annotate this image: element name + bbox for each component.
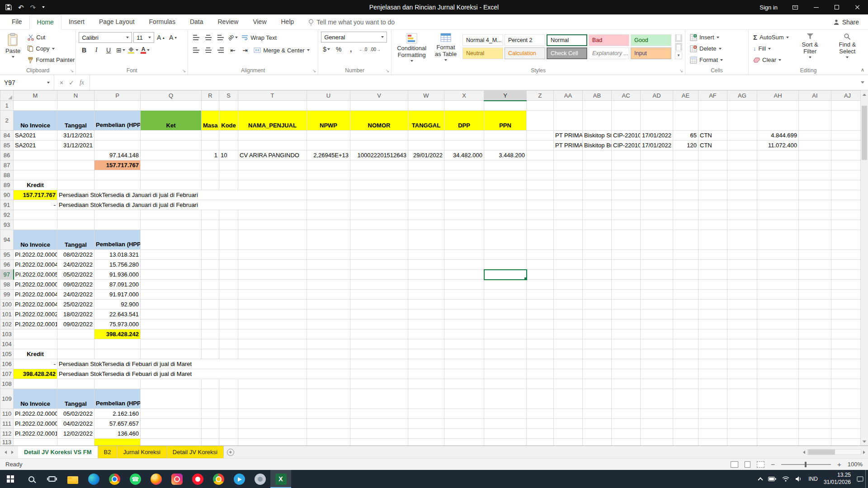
cell-AI95[interactable] <box>799 250 831 260</box>
taskbar-app-edge[interactable] <box>83 470 104 488</box>
cell-AG93[interactable] <box>727 220 757 230</box>
format-cells-button[interactable]: Format <box>688 54 725 66</box>
cell-U108[interactable] <box>307 379 350 389</box>
cell-AC94[interactable] <box>612 230 641 250</box>
cell-Y89[interactable] <box>484 180 527 190</box>
cell-AE84[interactable]: 65 <box>673 131 698 141</box>
row-header-102[interactable]: 102 <box>0 319 14 329</box>
cell-AC91[interactable] <box>612 200 641 210</box>
cell-X97[interactable] <box>444 270 484 280</box>
cell-S93[interactable] <box>219 220 238 230</box>
cell-W110[interactable] <box>408 409 444 419</box>
cell-AH1[interactable] <box>757 101 799 111</box>
hidden-icons-chevron[interactable] <box>758 477 763 482</box>
cell-AJ85[interactable] <box>831 141 864 150</box>
cell-X99[interactable] <box>444 290 484 300</box>
taskbar-clock[interactable]: 13.25 31/01/2026 <box>824 472 851 486</box>
cell-AD111[interactable] <box>641 419 673 429</box>
cell-Z98[interactable] <box>527 280 554 290</box>
cell-AB103[interactable] <box>583 329 612 339</box>
cell-AI110[interactable] <box>799 409 831 419</box>
cell-X84[interactable] <box>444 131 484 141</box>
cell-AJ1[interactable] <box>831 101 864 111</box>
cell-AF107[interactable] <box>698 369 727 379</box>
cell-V86[interactable]: 100022201512643 <box>350 150 408 160</box>
cell-AG107[interactable] <box>727 369 757 379</box>
cell-U91[interactable] <box>307 200 350 210</box>
cell-AG101[interactable] <box>727 310 757 319</box>
orientation-button[interactable]: ab <box>227 32 238 43</box>
vertical-scroll-thumb[interactable] <box>862 106 867 160</box>
row-header-103[interactable]: 103 <box>0 329 14 339</box>
cell-AA91[interactable] <box>554 200 583 210</box>
column-header-AB[interactable]: AB <box>583 91 612 101</box>
cell-R89[interactable] <box>202 180 219 190</box>
cell-P113[interactable] <box>94 439 141 446</box>
cell-AC100[interactable] <box>612 300 641 310</box>
cell-N97[interactable]: 05/02/2022 <box>57 270 94 280</box>
cell-M87[interactable] <box>14 160 57 170</box>
align-right-button[interactable] <box>215 45 226 56</box>
cell-AI113[interactable] <box>799 439 831 446</box>
cell-AF96[interactable] <box>698 260 727 270</box>
cell-Y94[interactable] <box>484 230 527 250</box>
cell-Q97[interactable] <box>141 270 202 280</box>
cell-T109[interactable] <box>238 389 307 409</box>
taskbar-app-chrome[interactable] <box>104 470 125 488</box>
column-header-AF[interactable]: AF <box>698 91 727 101</box>
column-header-Y[interactable]: Y <box>484 91 527 101</box>
cell-M2[interactable]: No Invoice <box>14 111 57 131</box>
cell-T92[interactable] <box>238 210 307 220</box>
taskbar-app-file-explorer[interactable] <box>62 470 83 488</box>
cell-Q109[interactable] <box>141 389 202 409</box>
cell-AC106[interactable] <box>612 359 641 369</box>
cell-W90[interactable] <box>408 190 444 200</box>
cell-Y112[interactable] <box>484 429 527 439</box>
column-header-N[interactable]: N <box>57 91 94 101</box>
align-left-button[interactable] <box>191 45 202 56</box>
vertical-scrollbar[interactable] <box>860 90 868 446</box>
cell-Y2[interactable]: PPN <box>484 111 527 131</box>
cell-S86[interactable]: 10 <box>219 150 238 160</box>
cell-V109[interactable] <box>350 389 408 409</box>
cell-AJ102[interactable] <box>831 319 864 329</box>
cell-AG91[interactable] <box>727 200 757 210</box>
cell-AF109[interactable] <box>698 389 727 409</box>
cell-AD110[interactable] <box>641 409 673 419</box>
cell-AB106[interactable] <box>583 359 612 369</box>
cell-Y84[interactable] <box>484 131 527 141</box>
sheet-tab-detail-jv-koreksi-vs-fm[interactable]: Detail JV Koreksi VS FM <box>18 446 98 458</box>
cell-V90[interactable] <box>350 190 408 200</box>
cell-AC104[interactable] <box>612 339 641 349</box>
cell-V91[interactable] <box>350 200 408 210</box>
cell-U113[interactable] <box>307 439 350 446</box>
cell-AC89[interactable] <box>612 180 641 190</box>
cell-AE109[interactable] <box>673 389 698 409</box>
row-header-107[interactable]: 107 <box>0 369 14 379</box>
cell-Q101[interactable] <box>141 310 202 319</box>
cell-Q1[interactable] <box>141 101 202 111</box>
cell-Y101[interactable] <box>484 310 527 319</box>
cell-R99[interactable] <box>202 290 219 300</box>
cell-Q100[interactable] <box>141 300 202 310</box>
cell-AH94[interactable] <box>757 230 799 250</box>
cell-U109[interactable] <box>307 389 350 409</box>
cell-AG110[interactable] <box>727 409 757 419</box>
cell-N91[interactable]: Persediaan StokTersedia di Januari di ju… <box>57 200 307 210</box>
zoom-in-button[interactable]: + <box>837 461 841 468</box>
column-header-X[interactable]: X <box>444 91 484 101</box>
cell-W105[interactable] <box>408 349 444 359</box>
cell-AE104[interactable] <box>673 339 698 349</box>
cell-Z101[interactable] <box>527 310 554 319</box>
cancel-icon[interactable]: × <box>60 79 63 86</box>
cell-AF89[interactable] <box>698 180 727 190</box>
cell-P97[interactable]: 91.936.000 <box>94 270 141 280</box>
cell-AJ106[interactable] <box>831 359 864 369</box>
cell-AE85[interactable]: 120 <box>673 141 698 150</box>
cell-AA101[interactable] <box>554 310 583 319</box>
cell-AA111[interactable] <box>554 419 583 429</box>
ribbon-tab-file[interactable]: File <box>5 15 29 29</box>
taskbar-app-telegram[interactable] <box>229 470 250 488</box>
cell-AD92[interactable] <box>641 210 673 220</box>
cell-AA88[interactable] <box>554 170 583 180</box>
